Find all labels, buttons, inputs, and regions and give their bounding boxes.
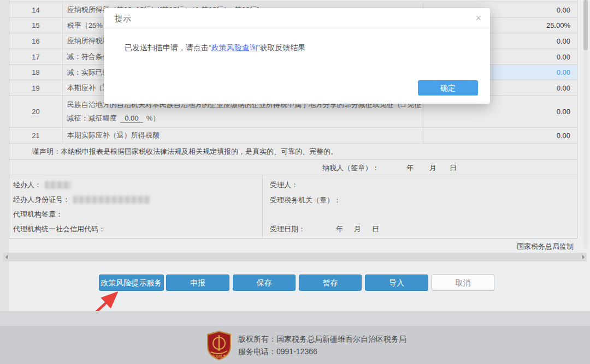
agent-name-masked (45, 181, 71, 189)
left-gutter (0, 0, 9, 311)
message-suffix: ”获取反馈结果 (257, 43, 306, 52)
agent-id-label: 经办人身份证号： (13, 195, 70, 205)
policy-risk-query-link[interactable]: 政策风险查询 (211, 43, 257, 52)
logo-caption: 党政机关 (212, 354, 227, 359)
row-number: 21 (9, 128, 63, 143)
confirm-button[interactable]: 确定 (418, 80, 478, 96)
day-label: 日 (450, 163, 457, 173)
agent-id-masked (73, 196, 150, 204)
accept-org-row: 受理税务机关（章）： (263, 192, 577, 222)
agent-label: 经办人： (13, 180, 42, 190)
accept-date-row: 受理日期： 年 月 日 (263, 222, 577, 236)
row-value[interactable]: 0.00 (423, 128, 577, 143)
service-phone-line: 服务电话：0991-12366 (238, 345, 406, 358)
year-label: 年 (336, 224, 343, 234)
footer-text-block: 版权所有：国家税务总局新疆维吾尔自治区税务局 服务电话：0991-12366 (238, 333, 406, 358)
agency-seal-label: 代理机构签章： (13, 210, 63, 219)
vertical-scrollbar-thumb[interactable] (583, 0, 588, 50)
acceptor-label: 受理人： (270, 180, 298, 190)
save-button[interactable]: 保存 (233, 275, 296, 291)
cancel-button[interactable]: 取消 (432, 275, 494, 291)
copyright-line: 版权所有：国家税务总局新疆维吾尔自治区税务局 (238, 333, 406, 345)
month-label: 月 (429, 163, 436, 173)
dialog-message: 已发送扫描申请，请点击“政策风险查询”获取反馈结果 (125, 43, 305, 53)
dialog-header: 提示 × (104, 8, 490, 28)
row-desc: 本期实际应补（退）所得税额 (63, 128, 423, 143)
reduction-label: 减征：减征幅度 (67, 114, 117, 122)
agency-seal-row: 代理机构签章： (9, 207, 262, 222)
agent-id-row: 经办人身份证号： (9, 192, 262, 207)
scroll-right-icon[interactable] (582, 255, 585, 259)
import-button[interactable]: 导入 (365, 275, 428, 291)
month-label: 月 (354, 224, 361, 234)
policy-risk-service-button[interactable]: 政策风险提示服务 (99, 275, 164, 291)
agency-code-row: 代理机构统一社会信用代码： (9, 222, 262, 236)
agent-name-row: 经办人： (9, 177, 262, 192)
notice-dialog: 提示 × 已发送扫描申请，请点击“政策风险查询”获取反馈结果 确定 (104, 8, 490, 104)
scroll-left-icon[interactable] (5, 255, 8, 259)
row-number: 14 (9, 2, 63, 17)
handler-info-grid: 经办人： 经办人身份证号： 代理机构签章： 代理机构统一社会信用代码： 受理人： (9, 175, 577, 238)
dialog-title: 提示 (115, 14, 131, 24)
row-number: 20 (9, 96, 63, 127)
page-footer: 党政机关 版权所有：国家税务总局新疆维吾尔自治区税务局 服务电话：0991-12… (0, 326, 590, 364)
table-row: 21 本期实际应补（退）所得税额 0.00 (9, 127, 577, 143)
acceptance-info-column: 受理人： 受理税务机关（章）： 受理日期： 年 月 日 (263, 175, 577, 238)
row-number: 15 (9, 18, 63, 33)
declaration-statement: 谨声明：本纳税申报表是根据国家税收法律法规及相关规定填报的，是真实的、可靠的、完… (9, 143, 577, 159)
vertical-scrollbar[interactable] (583, 0, 588, 248)
row-number: 17 (9, 49, 63, 64)
message-prefix: 已发送扫描申请，请点击“ (125, 43, 211, 52)
taxpayer-seal-label: 纳税人（签章）： (322, 163, 379, 173)
divider-band (0, 311, 590, 326)
accept-org-label: 受理税务机关（章）： (270, 195, 341, 205)
row-number: 18 (9, 65, 63, 80)
acceptor-row: 受理人： (263, 177, 577, 192)
taxpayer-signature-row: 纳税人（签章）： 年 月 日 (9, 159, 577, 175)
reduction-suffix: %） (146, 114, 160, 122)
tax-declaration-page: 14 应纳税所得额（第12~13行）\[第12行÷（1-第13行）×第13行] … (0, 0, 590, 364)
close-icon[interactable]: × (475, 13, 481, 24)
agent-info-column: 经办人： 经办人身份证号： 代理机构签章： 代理机构统一社会信用代码： (9, 175, 263, 238)
day-label: 日 (372, 224, 379, 234)
row-number: 16 (9, 33, 63, 49)
row-number: 19 (9, 80, 63, 96)
temp-save-button[interactable]: 暂存 (299, 275, 362, 291)
declare-button[interactable]: 申报 (166, 275, 229, 291)
year-label: 年 (406, 163, 414, 173)
row-desc-line2: 减征：减征幅度0.00%） (67, 114, 160, 123)
tax-bureau-logo-icon: 党政机关 (205, 330, 233, 361)
agency-code-label: 代理机构统一社会信用代码： (13, 224, 105, 234)
accept-date-label: 受理日期： (270, 224, 305, 234)
reduction-rate-input[interactable]: 0.00 (120, 114, 143, 123)
supervision-note: 国家税务总局监制 (517, 242, 574, 252)
horizontal-scrollbar[interactable] (3, 253, 587, 261)
